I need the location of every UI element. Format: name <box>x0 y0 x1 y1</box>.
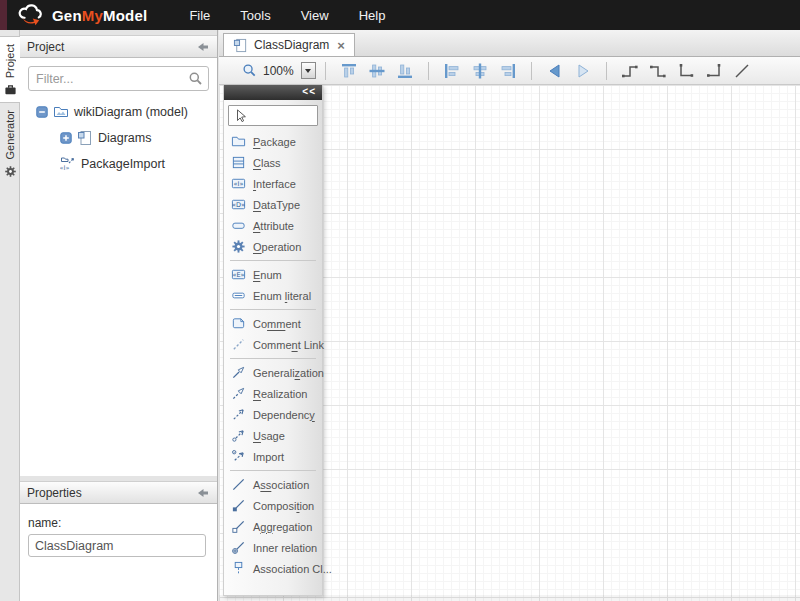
palette-item-generalization[interactable]: Generalization <box>224 362 322 383</box>
palette-item-dependency[interactable]: Dependency <box>224 404 322 425</box>
line-corner-left-button[interactable] <box>673 60 699 82</box>
palette-separator <box>230 358 316 359</box>
toolbar-separator <box>428 62 429 80</box>
palette-item-comment-link[interactable]: Comment Link <box>224 334 322 355</box>
sidebar-tab-generator[interactable]: Generator <box>0 103 20 184</box>
diagram-tabbar: ClassDiagram × <box>219 30 800 57</box>
svg-text:«I»: «I» <box>60 164 69 172</box>
palette-item-interface[interactable]: «I»Interface <box>224 173 322 194</box>
flip-right-icon <box>574 62 592 80</box>
composition-icon <box>231 498 246 513</box>
palette-item-aggregation[interactable]: Aggregation <box>224 516 322 537</box>
menu-help[interactable]: Help <box>359 8 386 23</box>
chevron-down-icon <box>305 69 311 73</box>
palette-item-label: Comment <box>253 318 301 330</box>
tree-item-diagrams[interactable]: Diagrams <box>20 125 217 151</box>
class-icon <box>231 155 246 170</box>
align-top-icon <box>340 62 358 80</box>
sidebar-tab-label: Generator <box>4 110 16 160</box>
minus-box-icon[interactable] <box>36 106 48 118</box>
aggregation-icon <box>231 519 246 534</box>
editor-area: ClassDiagram × 100% << PackageClass«I»In… <box>219 30 800 601</box>
tree-item-label: Diagrams <box>98 131 152 145</box>
palette-item-enum-literal[interactable]: Enum literal <box>224 285 322 306</box>
selection-tool-button[interactable] <box>228 105 318 126</box>
palette-item-label: Package <box>253 136 296 148</box>
tree-item-wikidiagram-model[interactable]: wikiDiagram (model) <box>20 99 217 125</box>
collapse-panel-arrow-icon[interactable] <box>196 486 210 500</box>
palette-item-label: Aggregation <box>253 521 312 533</box>
palette-item-label: Operation <box>253 241 301 253</box>
palette-item-package[interactable]: Package <box>224 131 322 152</box>
palette-item-label: Class <box>253 157 281 169</box>
align-right-button[interactable] <box>495 60 521 82</box>
tab-label: ClassDiagram <box>254 38 329 52</box>
left-panel: Project wikiDiagram (model)Diagrams«I»Pa… <box>20 30 218 601</box>
realization-icon <box>231 386 246 401</box>
enum-icon: «E» <box>231 267 246 282</box>
package-icon <box>231 134 246 149</box>
zoom-level-dropdown[interactable] <box>301 62 316 79</box>
palette-item-realization[interactable]: Realization <box>224 383 322 404</box>
menubar: FileToolsViewHelp <box>189 8 385 23</box>
flip-left-button[interactable] <box>542 60 568 82</box>
operation-icon <box>231 239 246 254</box>
align-middle-icon <box>368 62 386 80</box>
align-left-icon <box>443 62 461 80</box>
palette-item-composition[interactable]: Composition <box>224 495 322 516</box>
palette-item-enum[interactable]: «E»Enum <box>224 264 322 285</box>
toolbar-separator <box>325 62 326 80</box>
palette-item-association[interactable]: Association <box>224 474 322 495</box>
align-top-button[interactable] <box>336 60 362 82</box>
top-menu-bar: GenMyModel FileToolsViewHelp <box>0 0 800 30</box>
project-panel-header: Project <box>20 35 217 58</box>
align-middle-button[interactable] <box>364 60 390 82</box>
tree-item-packageimport[interactable]: «I»PackageImport <box>20 151 217 177</box>
model-folder-icon <box>53 104 69 120</box>
line-step-down-button[interactable] <box>645 60 671 82</box>
palette-item-association-cl[interactable]: Association Cl... <box>224 558 322 579</box>
line-step-up-button[interactable] <box>617 60 643 82</box>
palette-item-attribute[interactable]: Attribute <box>224 215 322 236</box>
plus-box-icon[interactable] <box>60 132 72 144</box>
palette-collapse-button[interactable]: << <box>224 85 322 100</box>
collapse-panel-arrow-icon[interactable] <box>196 40 210 54</box>
inner-relation-icon <box>231 540 246 555</box>
properties-panel-title: Properties <box>27 486 196 500</box>
palette-item-class[interactable]: Class <box>224 152 322 173</box>
tab-classdiagram[interactable]: ClassDiagram × <box>223 33 355 56</box>
align-bottom-button[interactable] <box>392 60 418 82</box>
import-icon <box>231 449 246 464</box>
menu-tools[interactable]: Tools <box>240 8 270 23</box>
palette-item-comment[interactable]: Comment <box>224 313 322 334</box>
filter-input[interactable] <box>28 66 209 91</box>
palette-item-datatype[interactable]: «D»DataType <box>224 194 322 215</box>
interface-icon: «I» <box>231 176 246 191</box>
close-tab-icon[interactable]: × <box>337 39 345 52</box>
menu-file[interactable]: File <box>189 8 210 23</box>
palette-item-inner-relation[interactable]: Inner relation <box>224 537 322 558</box>
align-center-button[interactable] <box>467 60 493 82</box>
line-straight-icon <box>733 62 751 80</box>
menu-view[interactable]: View <box>301 8 329 23</box>
association-icon <box>231 477 246 492</box>
project-tree-panel: wikiDiagram (model)Diagrams«I»PackageImp… <box>20 58 217 476</box>
align-right-icon <box>499 62 517 80</box>
name-field-label: name: <box>28 516 209 530</box>
enum-literal-icon <box>231 288 246 303</box>
toolbar-separator <box>531 62 532 80</box>
search-icon <box>188 71 203 86</box>
line-corner-right-button[interactable] <box>701 60 727 82</box>
align-left-button[interactable] <box>439 60 465 82</box>
palette-item-operation[interactable]: Operation <box>224 236 322 257</box>
name-field[interactable] <box>28 534 206 557</box>
palette-item-usage[interactable]: Usage <box>224 425 322 446</box>
sidebar-tab-project[interactable]: Project <box>0 36 20 103</box>
palette-item-import[interactable]: Import <box>224 446 322 467</box>
svg-text:«D»: «D» <box>232 201 245 209</box>
flip-right-button[interactable] <box>570 60 596 82</box>
tree-item-label: PackageImport <box>81 157 165 171</box>
package-import-icon: «I» <box>60 156 76 172</box>
line-straight-button[interactable] <box>729 60 755 82</box>
palette-separator <box>230 470 316 471</box>
